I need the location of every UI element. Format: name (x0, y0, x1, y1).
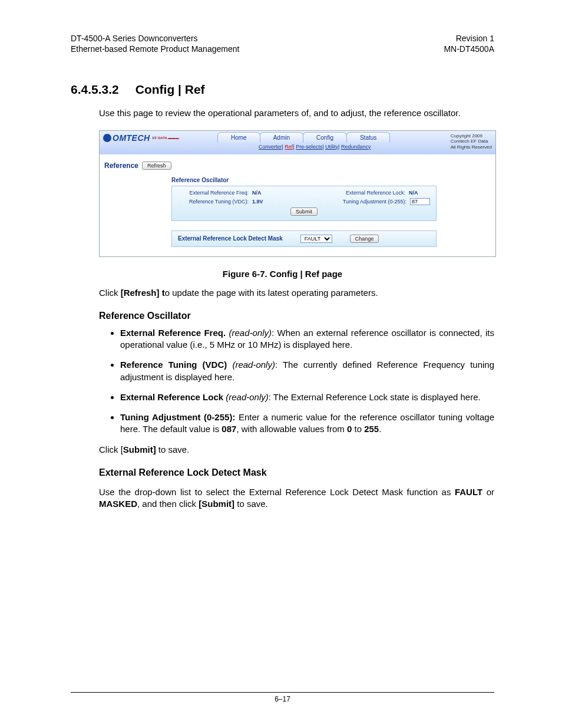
refresh-button[interactable]: Refresh (142, 162, 171, 170)
sub-nav: Converter| Ref| Pre-selects| Utility| Re… (259, 144, 371, 150)
header-left-1: DT-4500-A Series Downconverters (71, 33, 239, 44)
reference-oscillator-heading: Reference Oscillator (99, 311, 494, 321)
header-right-1: Revision 1 (444, 33, 494, 44)
bullet-ext-ref-freq: External Reference Freq. (read-only): Wh… (120, 327, 494, 351)
reference-oscillator-title: Reference Oscillator (171, 177, 437, 186)
section-heading: 6.4.5.3.2Config | Ref (71, 83, 494, 97)
ext-ref-freq-value: N/A (252, 190, 276, 196)
logo-subtext: EF DATA ▬▬▬. (153, 136, 180, 140)
ref-tuning-label: Reference Tuning (VDC): (178, 199, 252, 205)
submit-button[interactable]: Submit (290, 207, 318, 216)
subnav-preselects[interactable]: Pre-selects (296, 144, 322, 150)
mask-heading: External Reference Lock Detect Mask (99, 467, 494, 478)
tuning-adj-label: Tuning Adjustment (0-255): (318, 199, 410, 205)
config-ref-screenshot: OMTECH EF DATA ▬▬▬. Home Admin Config St… (99, 130, 496, 257)
bullet-tuning-adj: Tuning Adjustment (0-255): Enter a numer… (120, 411, 494, 436)
click-submit-line: Click [Submit] to save. (99, 444, 494, 456)
reference-oscillator-bullets: External Reference Freq. (read-only): Wh… (99, 327, 494, 456)
reference-label: Reference (104, 162, 138, 170)
page-header: DT-4500-A Series Downconverters Ethernet… (71, 33, 494, 54)
bullet-ref-tuning: Reference Tuning (VDC) (read-only): The … (120, 359, 494, 383)
section-title-text: Config | Ref (135, 83, 205, 96)
bullet-ext-ref-lock: External Reference Lock (read-only): The… (120, 391, 494, 403)
lock-detect-mask-panel: External Reference Lock Detect Mask FAUL… (171, 230, 437, 247)
lock-detect-mask-select[interactable]: FAULT (300, 235, 332, 243)
tuning-adj-input[interactable] (410, 198, 430, 205)
page-footer: 6–17 (71, 692, 494, 703)
mask-paragraph: Use the drop-down list to select the Ext… (99, 486, 494, 510)
lock-detect-mask-title: External Reference Lock Detect Mask (178, 235, 283, 242)
ext-ref-freq-label: External Reference Freq: (178, 190, 252, 196)
header-right-2: MN-DT4500A (444, 44, 494, 54)
header-left-2: Ethernet-based Remote Product Management (71, 44, 239, 54)
globe-icon (103, 134, 111, 142)
ext-ref-lock-label: External Reference Lock: (317, 190, 409, 196)
screenshot-header-bar: OMTECH EF DATA ▬▬▬. Home Admin Config St… (100, 131, 495, 154)
ext-ref-lock-value: N/A (409, 190, 430, 196)
subnav-ref[interactable]: Ref (285, 144, 293, 150)
section-number: 6.4.5.3.2 (71, 83, 119, 97)
main-tabs: Home Admin Config Status (217, 132, 389, 143)
ref-tuning-value: 1.9V (252, 199, 276, 205)
logo-text: OMTECH (113, 133, 150, 143)
screenshot-copyright: Copyright 2009 Comtech EF Data All Right… (451, 133, 492, 150)
figure-caption: Figure 6-7. Config | Ref page (71, 269, 494, 279)
tab-status[interactable]: Status (346, 132, 390, 143)
tab-home[interactable]: Home (217, 132, 260, 143)
change-button[interactable]: Change (350, 235, 379, 243)
subnav-redundancy[interactable]: Redundancy (341, 144, 371, 150)
comtech-logo: OMTECH EF DATA ▬▬▬. (103, 133, 180, 143)
section-intro: Use this page to review the operational … (99, 107, 494, 119)
tab-config[interactable]: Config (303, 132, 347, 143)
subnav-utility[interactable]: Utility (325, 144, 338, 150)
body-click-refresh: Click [Refresh] to update the page with … (99, 287, 494, 299)
subnav-converter[interactable]: Converter (259, 144, 282, 150)
reference-oscillator-panel: Reference Oscillator External Reference … (171, 177, 437, 221)
tab-admin[interactable]: Admin (260, 132, 303, 143)
